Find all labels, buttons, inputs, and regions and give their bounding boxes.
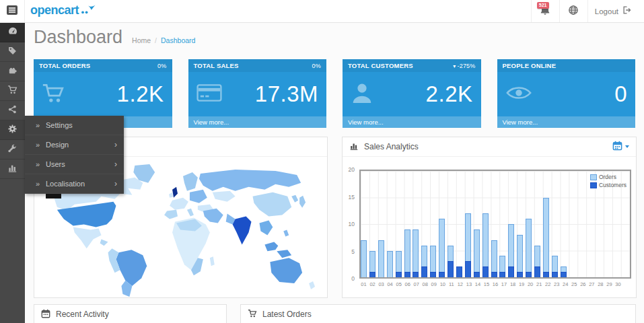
sidebar-item-sales[interactable] xyxy=(0,81,25,101)
chart-bar-customers xyxy=(456,266,462,277)
x-tick-label: 24 xyxy=(561,281,570,287)
chart-bar-customers xyxy=(404,272,410,277)
sidebar-item-system[interactable] xyxy=(0,120,25,140)
shopping-cart-icon xyxy=(7,85,17,98)
breadcrumb-separator: / xyxy=(155,36,157,44)
x-tick-label: 29 xyxy=(605,281,614,287)
latest-orders-panel: Latest Orders xyxy=(240,304,636,323)
recent-activity-panel: Recent Activity xyxy=(34,304,227,323)
chart-bar-customers xyxy=(534,266,540,277)
x-tick-label: 15 xyxy=(482,281,491,287)
opencart-logo[interactable]: opencart xyxy=(30,3,96,17)
x-tick-label: 06 xyxy=(403,281,412,287)
flyout-item-label: Localisation xyxy=(46,180,85,188)
x-tick-label: 07 xyxy=(412,281,421,287)
x-tick-label: 02 xyxy=(368,281,377,287)
tile-title: PEOPLE ONLINE xyxy=(503,62,557,69)
y-tick-label: 5 xyxy=(351,248,355,255)
x-tick-label: 27 xyxy=(587,281,596,287)
page-heading: Dashboard Home / Dashboard xyxy=(34,27,195,48)
sidebar-item-dashboard[interactable] xyxy=(0,23,25,42)
tile-percent: 0% xyxy=(157,63,166,69)
chart-bar-orders xyxy=(474,229,480,277)
sidebar-item-reports[interactable] xyxy=(0,159,25,179)
x-tick-label: 11 xyxy=(447,281,456,287)
chart-bar-customers xyxy=(448,261,454,277)
sidebar-item-tools[interactable] xyxy=(0,140,25,159)
breadcrumb-home-link[interactable]: Home xyxy=(132,36,151,44)
chart-bar-orders xyxy=(361,240,367,277)
y-tick-label: 10 xyxy=(349,221,355,227)
shopping-cart-icon xyxy=(248,309,257,320)
y-tick-label: 0 xyxy=(351,275,355,282)
y-tick-label: 15 xyxy=(349,194,355,201)
x-tick-label: 03 xyxy=(377,281,386,287)
breadcrumb-current-link[interactable]: Dashboard xyxy=(161,36,195,44)
sidebar-item-marketing[interactable] xyxy=(0,101,25,120)
x-tick-label: 30 xyxy=(614,281,622,287)
legend-entry: Orders xyxy=(590,174,627,180)
view-more-link[interactable]: View more... xyxy=(188,116,327,128)
tachometer-icon xyxy=(7,26,18,39)
chart-bar-customers xyxy=(517,272,523,277)
panel-title: Sales Analytics xyxy=(364,142,419,151)
globe-icon xyxy=(568,5,579,18)
view-more-link[interactable]: View more... xyxy=(497,116,636,128)
chart-bar-customers xyxy=(482,266,489,277)
y-tick-label: 20 xyxy=(349,166,355,173)
flyout-item-design[interactable]: Design xyxy=(25,135,124,155)
chevron-right-icon xyxy=(114,180,117,188)
x-tick-label: 25 xyxy=(570,281,579,287)
sales-chart-ylabels: 05101520 xyxy=(343,170,357,279)
tile-value: 0 xyxy=(614,81,627,107)
chart-bar-orders xyxy=(387,251,393,278)
caret-down-icon xyxy=(453,63,456,69)
tile-percent: -275% xyxy=(457,63,475,69)
chart-bar-customers xyxy=(421,266,427,277)
flyout-item-localisation[interactable]: Localisation xyxy=(25,174,124,194)
tile-value: 1.2K xyxy=(117,81,164,107)
x-tick-label: 09 xyxy=(429,281,438,287)
x-tick-label: 04 xyxy=(386,281,394,287)
x-tick-label: 19 xyxy=(517,281,526,287)
flyout-item-label: Design xyxy=(46,141,69,149)
legend-label: Customers xyxy=(599,182,627,188)
flyout-item-users[interactable]: Users xyxy=(25,155,124,174)
sidebar-item-extensions[interactable] xyxy=(0,62,25,81)
chart-bar-orders xyxy=(517,235,523,277)
chart-bar-customers xyxy=(491,272,497,277)
x-tick-label: 28 xyxy=(596,281,605,287)
chart-bar-orders xyxy=(526,219,532,277)
notifications-button[interactable]: 521 xyxy=(531,0,559,22)
chart-bar-customers xyxy=(430,272,436,277)
legend-label: Orders xyxy=(599,174,616,180)
flyout-item-settings[interactable]: Settings xyxy=(25,116,124,135)
sales-analytics-panel: Sales Analytics 05101520 OrdersCustomers… xyxy=(342,137,637,298)
stores-button[interactable] xyxy=(559,0,587,22)
x-tick-label: 01 xyxy=(359,281,368,287)
tile-total-customers: TOTAL CUSTOMERS -275% 2.2K View more... xyxy=(343,59,481,128)
calendar-icon xyxy=(612,141,622,153)
sales-chart-plot: OrdersCustomers xyxy=(359,170,631,279)
x-tick-label: 16 xyxy=(491,281,499,287)
flyout-item-label: Settings xyxy=(46,121,73,129)
logout-button[interactable]: Logout xyxy=(587,0,639,22)
menu-toggle-button[interactable] xyxy=(0,0,25,22)
sales-chart-xlabels: 0102030405060708091011121314151617181920… xyxy=(359,281,631,289)
x-tick-label: 05 xyxy=(394,281,403,287)
share-icon xyxy=(7,104,17,117)
x-tick-label: 17 xyxy=(500,281,509,287)
topbar-actions: 521 Logout xyxy=(531,0,639,22)
chart-range-dropdown[interactable] xyxy=(612,141,629,153)
breadcrumb: Home / Dashboard xyxy=(132,36,195,44)
page-title: Dashboard xyxy=(34,27,122,48)
chart-bar-customers xyxy=(561,272,567,277)
view-more-link[interactable]: View more... xyxy=(343,116,481,128)
calendar-icon xyxy=(41,309,50,320)
logout-icon xyxy=(622,5,632,17)
chart-bar-orders xyxy=(543,198,549,278)
sales-analytics-header: Sales Analytics xyxy=(343,137,636,157)
x-tick-label: 20 xyxy=(526,281,535,287)
logout-label: Logout xyxy=(595,7,618,15)
sidebar-item-catalog[interactable] xyxy=(0,42,25,62)
